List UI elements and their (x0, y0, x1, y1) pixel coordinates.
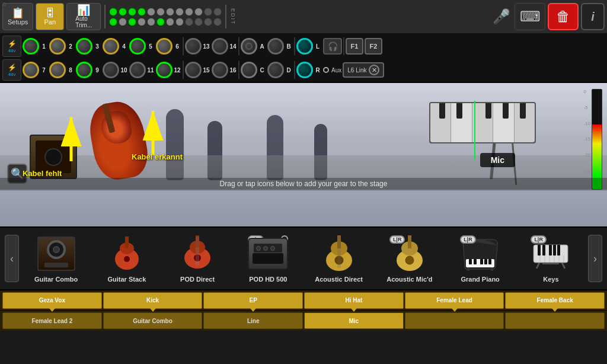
channel-strip-guitar-combo[interactable]: Guitar Combo (103, 312, 203, 329)
acoustic-micd-icon-wrap: L|R (388, 234, 431, 273)
female-back-arrow (552, 308, 558, 312)
f2-button[interactable]: F2 (365, 38, 382, 55)
dot-green-2 (119, 8, 127, 16)
gear-item-acoustic-direct[interactable]: Acoustic Direct (305, 230, 372, 287)
channel-strip-kick[interactable]: Kick (103, 292, 203, 309)
channel-strip-bottom-row: Female Lead 2 Guitar Combo Line Mic (0, 311, 607, 331)
knob-C[interactable] (241, 62, 257, 78)
gear-nav-right[interactable]: › (588, 235, 602, 282)
knob-12[interactable] (156, 62, 172, 78)
ch-num-B: B (285, 43, 293, 50)
channel-strip-female-lead[interactable]: Female Lead (405, 292, 504, 309)
channel-strip-female-back[interactable]: Female Back (505, 292, 605, 309)
knob-13[interactable] (185, 38, 202, 55)
channel-strip-empty-2[interactable] (505, 312, 605, 329)
info-icon: i (591, 10, 595, 24)
knob-5[interactable] (129, 38, 146, 55)
knob-9[interactable] (76, 62, 92, 78)
knob-4[interactable] (103, 38, 119, 55)
channel-5: 5 (129, 38, 155, 55)
knob-L[interactable] (296, 38, 313, 55)
l6link-close[interactable]: ✕ (369, 65, 379, 75)
guitar-stack-icon-wrap (106, 234, 148, 273)
dot-green-6 (128, 18, 136, 26)
annotation-erkannt: Kabel erkannt (132, 152, 183, 161)
channel-strip-geza-vox[interactable]: Geza Vox (2, 292, 102, 309)
gear-item-guitar-combo[interactable]: Guitar Combo (23, 230, 90, 287)
aux-label-text: Aux (331, 67, 341, 74)
ch-num-C: C (258, 67, 266, 74)
channel-6: 6 (156, 38, 181, 55)
gear-nav-left[interactable]: ‹ (5, 235, 19, 282)
line-label: Line (247, 318, 260, 324)
knob-D[interactable] (267, 62, 284, 78)
delete-icon: 🗑 (556, 8, 570, 25)
guitar-combo-icon (37, 237, 75, 271)
vu-label-5: -5 (583, 105, 590, 110)
knob-2[interactable] (49, 38, 66, 55)
gear-item-keys[interactable]: L|R Ke (517, 230, 584, 287)
divider-2 (238, 37, 239, 55)
knob-A[interactable] (241, 38, 257, 55)
ch-num-6: 6 (173, 43, 181, 50)
gear-item-acoustic-micd[interactable]: L|R Acoustic Mic'd (376, 230, 443, 287)
knob-11[interactable] (129, 62, 146, 78)
phantom-power-2[interactable]: ⚡ 48v (2, 59, 21, 81)
phantom-icon-2: ⚡ (8, 63, 17, 72)
headphone-icon: 🎧 (328, 41, 338, 51)
ch-num-1: 1 (40, 43, 48, 50)
knob-3[interactable] (76, 38, 92, 55)
knob-R[interactable] (296, 62, 313, 78)
info-button[interactable]: i (581, 3, 605, 30)
setups-button[interactable]: 📋 Setups (2, 3, 33, 30)
vu-label-15: -15 (583, 136, 590, 142)
dot-dark-6 (213, 18, 222, 26)
gear-item-guitar-stack[interactable]: Guitar Stack (93, 230, 160, 287)
dot-green-1 (109, 8, 117, 16)
female-lead2-label: Female Lead 2 (31, 318, 72, 324)
channel-strip-line[interactable]: Line (203, 312, 303, 329)
dot-gray-4 (175, 8, 184, 16)
knob-14[interactable] (212, 38, 228, 55)
guitar-stack-label: Guitar Stack (107, 276, 146, 283)
knob-16[interactable] (212, 62, 228, 78)
pan-button[interactable]: 🎛 Pan (36, 3, 64, 30)
gear-item-grand-piano[interactable]: L|R Grand Piano (447, 230, 514, 287)
channel-strip-female-lead2[interactable]: Female Lead 2 (2, 312, 102, 329)
headphone-button[interactable]: 🎧 (323, 38, 342, 55)
knob-1[interactable] (23, 38, 39, 55)
phantom-power-1[interactable]: ⚡ 48v (2, 36, 21, 57)
vu-label-20: -20 (583, 152, 590, 158)
knob-6[interactable] (156, 38, 172, 55)
separator-2 (225, 5, 226, 28)
l6link-button[interactable]: L6 Link ✕ (343, 62, 384, 78)
channel-7: 7 (23, 62, 48, 78)
mic-icon-area: 🎤 (491, 3, 512, 30)
channel-R: R (296, 62, 322, 78)
channel-strip-top-row: Geza Vox Kick EP Hi Hat Female Lead Fema… (0, 290, 607, 311)
channel-strip-mic[interactable]: Mic (304, 312, 404, 329)
gear-item-pod-direct[interactable]: POD Direct (164, 230, 231, 287)
knob-8[interactable] (49, 62, 66, 78)
vu-meter (592, 89, 602, 190)
pod-direct-icon (177, 235, 218, 272)
knob-10[interactable] (103, 62, 119, 78)
knob-15[interactable] (185, 62, 202, 78)
stage-area: Mic 0 -5 -10 -15 -20 -30 -60 🔍 Kabel feh… (0, 83, 607, 226)
channel-strip-empty-1[interactable] (405, 312, 504, 329)
knob-B[interactable] (267, 38, 284, 55)
divider-1 (183, 37, 184, 55)
delete-button[interactable]: 🗑 (548, 3, 579, 30)
ch-num-7: 7 (40, 67, 48, 74)
knob-7[interactable] (23, 62, 39, 78)
channel-12: 12 (156, 62, 181, 78)
mic-icon: 🎤 (493, 8, 510, 25)
channel-1: 1 (23, 38, 48, 55)
autotrim-button[interactable]: 📊 Auto Trim... (66, 3, 101, 30)
f1-button[interactable]: F1 (346, 38, 363, 55)
svg-rect-38 (538, 245, 541, 256)
gear-item-pod-hd500[interactable]: L|R POD HD 500 (235, 230, 302, 287)
channel-strip-hihat[interactable]: Hi Hat (304, 292, 404, 309)
keyboard-icon-area[interactable]: ⌨ (515, 3, 545, 30)
channel-strip-ep[interactable]: EP (203, 292, 303, 309)
